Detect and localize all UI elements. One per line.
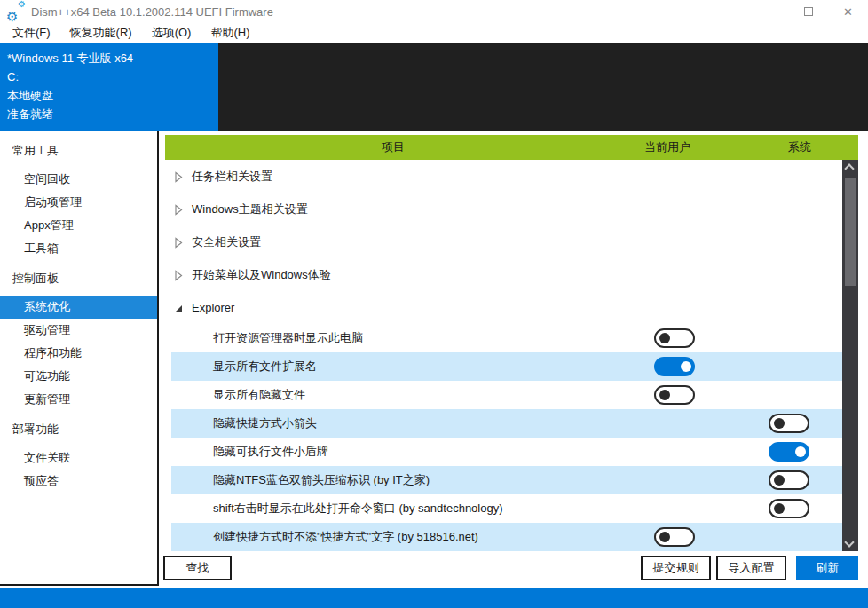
settings-list: 任务栏相关设置Windows主题相关设置安全相关设置开始菜单以及Windows体… bbox=[159, 160, 868, 551]
collapse-triangle-icon[interactable] bbox=[174, 303, 184, 316]
toggle-switch-off[interactable] bbox=[769, 499, 809, 518]
sidebar-item[interactable]: 系统优化 bbox=[0, 296, 157, 319]
scroll-down-icon[interactable] bbox=[844, 537, 854, 547]
setting-label: 创建快捷方式时不添"快捷方式"文字 (by 518516.net) bbox=[213, 523, 478, 551]
sidebar-item[interactable]: 文件关联 bbox=[0, 446, 157, 470]
sidebar-item[interactable]: 空间回收 bbox=[0, 168, 157, 191]
expand-triangle-icon[interactable] bbox=[174, 237, 183, 251]
group-row[interactable]: 开始菜单以及Windows体验 bbox=[159, 258, 868, 291]
setting-row[interactable]: shift右击时显示在此处打开命令窗口 (by sandtechnology) bbox=[159, 494, 868, 523]
os-name: *Windows 11 专业版 x64 bbox=[7, 49, 218, 67]
group-label: Windows主题相关设置 bbox=[192, 193, 308, 225]
toggle-knob bbox=[774, 418, 785, 429]
sidebar-group-label: 控制面板 bbox=[0, 267, 157, 290]
sidebar-item[interactable]: 驱动管理 bbox=[0, 319, 157, 342]
group-label: Explorer bbox=[192, 291, 234, 324]
column-header-item: 项目 bbox=[382, 135, 405, 160]
group-row[interactable]: 安全相关设置 bbox=[159, 225, 868, 258]
setting-row[interactable]: 显示所有隐藏文件 bbox=[159, 381, 868, 409]
toggle-switch-off[interactable] bbox=[654, 328, 695, 348]
sidebar-item[interactable]: 预应答 bbox=[0, 470, 157, 493]
close-icon: ✕ bbox=[843, 6, 853, 18]
scrollbar[interactable] bbox=[842, 160, 858, 551]
setting-row[interactable]: 隐藏快捷方式小箭头 bbox=[159, 409, 868, 438]
toggle-switch-on[interactable] bbox=[769, 442, 809, 462]
group-row[interactable]: 任务栏相关设置 bbox=[159, 160, 868, 193]
toggle-knob bbox=[774, 475, 785, 486]
maximize-button[interactable] bbox=[788, 0, 828, 23]
column-header-current-user: 当前用户 bbox=[644, 135, 690, 160]
table-header: 项目 当前用户 系统 bbox=[165, 135, 858, 160]
toggle-knob bbox=[774, 503, 785, 514]
toggle-switch-on[interactable] bbox=[654, 357, 695, 376]
window-controls: ✕ bbox=[748, 0, 868, 23]
menu-item-2[interactable]: 选项(O) bbox=[142, 23, 201, 43]
setting-row[interactable]: 创建快捷方式时不添"快捷方式"文字 (by 518516.net) bbox=[159, 523, 868, 551]
toggle-knob bbox=[681, 361, 691, 372]
status-bar bbox=[0, 588, 868, 608]
menu-item-0[interactable]: 文件(F) bbox=[3, 23, 60, 43]
toggle-knob bbox=[659, 390, 670, 400]
setting-row[interactable]: 打开资源管理器时显示此电脑 bbox=[159, 324, 868, 352]
app-gears-icon: ⚙ ⚙ bbox=[6, 3, 26, 20]
minimize-button[interactable] bbox=[748, 0, 788, 23]
toggle-switch-off[interactable] bbox=[769, 414, 809, 433]
drive-letter: C: bbox=[7, 67, 218, 86]
setting-label: 隐藏快捷方式小箭头 bbox=[213, 409, 317, 438]
sidebar-group-label: 常用工具 bbox=[0, 139, 157, 162]
group-row[interactable]: Windows主题相关设置 bbox=[159, 193, 868, 225]
toggle-knob bbox=[795, 446, 806, 457]
sidebar-item[interactable]: 启动项管理 bbox=[0, 191, 157, 214]
find-button[interactable]: 查找 bbox=[163, 556, 232, 580]
sidebar-item[interactable]: 可选功能 bbox=[0, 365, 157, 388]
menu-item-3[interactable]: 帮助(H) bbox=[201, 23, 259, 43]
title-bar: ⚙ ⚙ Dism++x64 Beta 10.1.2002.114 UEFI Fi… bbox=[0, 0, 868, 23]
toggle-knob bbox=[659, 532, 670, 542]
expand-triangle-icon[interactable] bbox=[174, 270, 183, 284]
group-label: 任务栏相关设置 bbox=[192, 160, 272, 193]
group-label: 开始菜单以及Windows体验 bbox=[192, 258, 331, 291]
banner-dark-panel bbox=[218, 43, 868, 131]
ready-status: 准备就绪 bbox=[7, 105, 218, 123]
group-label: 安全相关设置 bbox=[192, 225, 261, 258]
maximize-icon bbox=[804, 7, 813, 16]
os-info-banner: *Windows 11 专业版 x64 C: 本地硬盘 准备就绪 bbox=[0, 43, 218, 131]
content-panel: 项目 当前用户 系统 任务栏相关设置Windows主题相关设置安全相关设置开始菜… bbox=[159, 131, 868, 588]
minimize-icon bbox=[763, 12, 773, 12]
scroll-up-icon[interactable] bbox=[844, 163, 854, 173]
setting-label: 显示所有文件扩展名 bbox=[213, 352, 317, 381]
group-row[interactable]: Explorer bbox=[159, 291, 868, 324]
sidebar-item[interactable]: 程序和功能 bbox=[0, 342, 157, 365]
close-button[interactable]: ✕ bbox=[828, 0, 868, 23]
submit-rules-button[interactable]: 提交规则 bbox=[641, 556, 711, 580]
setting-row[interactable]: 隐藏NTFS蓝色双箭头压缩标识 (by IT之家) bbox=[159, 466, 868, 494]
toggle-switch-off[interactable] bbox=[654, 385, 695, 405]
setting-row[interactable]: 显示所有文件扩展名 bbox=[159, 352, 868, 381]
setting-label: 隐藏可执行文件小盾牌 bbox=[213, 438, 328, 466]
expand-triangle-icon[interactable] bbox=[174, 171, 183, 186]
column-header-system: 系统 bbox=[788, 135, 811, 160]
sidebar-item[interactable]: 更新管理 bbox=[0, 388, 157, 411]
toggle-switch-off[interactable] bbox=[769, 470, 809, 490]
disk-type: 本地硬盘 bbox=[7, 86, 218, 105]
sidebar-group-label: 部署功能 bbox=[0, 418, 157, 441]
menu-bar: 文件(F)恢复功能(R)选项(O)帮助(H) bbox=[0, 23, 868, 43]
import-config-button[interactable]: 导入配置 bbox=[716, 556, 786, 580]
window-title: Dism++x64 Beta 10.1.2002.114 UEFI Firmwa… bbox=[31, 5, 273, 19]
setting-label: 隐藏NTFS蓝色双箭头压缩标识 (by IT之家) bbox=[213, 466, 430, 494]
menu-item-1[interactable]: 恢复功能(R) bbox=[60, 23, 142, 43]
toggle-knob bbox=[659, 333, 670, 343]
setting-label: 打开资源管理器时显示此电脑 bbox=[213, 324, 363, 352]
sidebar-item[interactable]: Appx管理 bbox=[0, 214, 157, 237]
setting-label: 显示所有隐藏文件 bbox=[213, 381, 305, 409]
scrollbar-thumb[interactable] bbox=[845, 178, 856, 286]
toggle-switch-off[interactable] bbox=[654, 527, 695, 547]
setting-row[interactable]: 隐藏可执行文件小盾牌 bbox=[159, 438, 868, 466]
refresh-button[interactable]: 刷新 bbox=[796, 556, 858, 580]
sidebar: 常用工具空间回收启动项管理Appx管理工具箱控制面板系统优化驱动管理程序和功能可… bbox=[0, 131, 159, 586]
setting-label: shift右击时显示在此处打开命令窗口 (by sandtechnology) bbox=[213, 494, 503, 523]
expand-triangle-icon[interactable] bbox=[174, 204, 183, 218]
sidebar-item[interactable]: 工具箱 bbox=[0, 237, 157, 260]
